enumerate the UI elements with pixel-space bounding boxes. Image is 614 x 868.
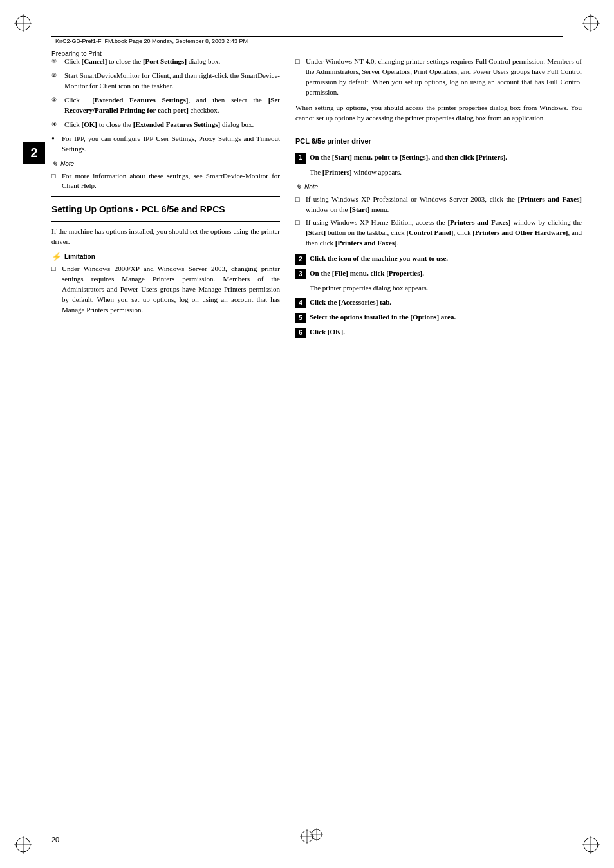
step1-note-section: ✎ Note □ If using Windows XP Professiona… [295,183,582,249]
step-5-text: Select the options installed in the [Opt… [310,312,456,323]
step-item-6: 6 Click [OK]. [295,327,582,338]
step-4-text: Click the [Accessories] tab. [310,297,391,308]
note-label: ✎ Note [51,160,280,169]
step-num-4: 4 [295,298,306,308]
step-num-5: 5 [295,313,306,323]
page: KirC2-GB-Pref1-F_FM.book Page 20 Monday,… [0,0,614,868]
left-column: ① Click [Cancel] to close the [Port Sett… [51,57,280,342]
step1-note-text-1: If using Windows XP Professional or Wind… [306,194,582,215]
step-list-4: 4 Click the [Accessories] tab. [295,297,582,308]
step1-note-icon: ✎ [295,183,302,192]
section-divider-1 [51,196,280,197]
list-item: ④ Click [OK] to close the [Extended Feat… [51,120,280,130]
step1-note-items: □ If using Windows XP Professional or Wi… [295,194,582,249]
page-number: 20 [51,836,59,844]
step-list-6: 6 Click [OK]. [295,327,582,338]
corner-mark-tr [582,14,600,32]
list-item: ③ Click [Extended Features Settings], an… [51,95,280,116]
note-section: ✎ Note □ For more information about thes… [51,160,280,192]
step1-note-cb-1: □ [295,194,302,215]
step-list: 1 On the [Start] menu, point to [Setting… [295,153,582,164]
limit-icon: ⚡ [51,252,62,261]
step-list-2: 2 Click the icon of the machine you want… [295,254,582,265]
section-divider-2 [51,221,280,222]
chapter-number: 2 [30,146,37,160]
bottom-center-crosshair [300,829,314,845]
limitation-items: □ Under Windows 2000/XP and Windows Serv… [51,264,280,316]
list-item: ① Click [Cancel] to close the [Port Sett… [51,57,280,67]
note-item-text: For more information about these setting… [62,171,280,192]
corner-mark-bl [14,836,32,854]
bullet-text: For IPP, you can configure IPP User Sett… [62,134,280,155]
note-checkbox: □ [51,171,58,192]
step1-note-text: Note [304,184,318,191]
step-num-6: 6 [295,328,306,338]
file-info-text: KirC2-GB-Pref1-F_FM.book Page 20 Monday,… [55,38,248,44]
step-num-1: 1 [295,153,306,164]
step-1-text: On the [Start] menu, point to [Settings]… [310,153,507,164]
note-items: □ For more information about these setti… [51,171,280,192]
corner-mark-br [582,836,600,854]
item-4-text: Click [OK] to close the [Extended Featur… [64,120,254,130]
step-6-text: Click [OK]. [310,327,345,338]
note-text: Note [60,160,74,167]
step-num-3: 3 [295,269,306,279]
step-list-5: 5 Select the options installed in the [O… [295,312,582,323]
section-heading: Setting Up Options - PCL 6/5e and RPCS [51,203,280,215]
limitation-label: ⚡ Limitation [51,252,280,261]
right-note-item-1: □ Under Windows NT 4.0, changing printer… [295,57,582,98]
step-num-2: 2 [295,254,306,265]
limitation-section: ⚡ Limitation □ Under Windows 2000/XP and… [51,252,280,316]
numbered-list: ① Click [Cancel] to close the [Port Sett… [51,57,280,130]
step1-note-cb-2: □ [295,218,302,249]
right-note-items: □ Under Windows NT 4.0, changing printer… [295,57,582,98]
right-note-text-1: Under Windows NT 4.0, changing printer s… [306,57,582,98]
num-circle-4: ④ [51,120,60,130]
limitation-item-text: Under Windows 2000/XP and Windows Server… [62,264,280,316]
bullet-dot: • [51,134,58,155]
step-item-2: 2 Click the icon of the machine you want… [295,254,582,265]
content-area: ① Click [Cancel] to close the [Port Sett… [51,57,582,829]
item-1-text: Click [Cancel] to close the [Port Settin… [64,57,220,67]
bullet-list: • For IPP, you can configure IPP User Se… [51,134,280,155]
step-item-1: 1 On the [Start] menu, point to [Setting… [295,153,582,164]
step1-note-item-2: □ If using Windows XP Home Edition, acce… [295,218,582,249]
right-divider-1 [295,129,582,129]
step-list-3: 3 On the [File] menu, click [Properties]… [295,269,582,279]
chapter-box: 2 [23,142,45,164]
step-3-text: On the [File] menu, click [Properties]. [310,269,424,279]
file-info-bar: KirC2-GB-Pref1-F_FM.book Page 20 Monday,… [51,36,563,46]
corner-mark-tl [14,14,32,32]
intro-text: If the machine has options installed, yo… [51,227,280,247]
right-column: □ Under Windows NT 4.0, changing printer… [295,57,582,342]
step-item-5: 5 Select the options installed in the [O… [295,312,582,323]
num-circle-1: ① [51,57,60,67]
bullet-item: • For IPP, you can configure IPP User Se… [51,134,280,155]
limitation-checkbox: □ [51,264,58,316]
note-icon: ✎ [51,160,58,169]
pcl-heading: PCL 6/5e printer driver [295,135,582,147]
step1-note-item-1: □ If using Windows XP Professional or Wi… [295,194,582,215]
step-item-4: 4 Click the [Accessories] tab. [295,297,582,308]
two-column-layout: ① Click [Cancel] to close the [Port Sett… [51,57,582,342]
step-1-sub: The [Printers] window appears. [310,167,582,178]
num-circle-2: ② [51,71,60,91]
list-item: ② Start SmartDeviceMonitor for Client, a… [51,71,280,91]
item-3-text: Click [Extended Features Settings], and … [64,95,280,116]
right-note-checkbox-1: □ [295,57,302,98]
step1-note-label: ✎ Note [295,183,582,192]
step1-note-text-2: If using Windows XP Home Edition, access… [306,218,582,249]
num-circle-3: ③ [51,95,60,116]
limitation-item: □ Under Windows 2000/XP and Windows Serv… [51,264,280,316]
limitation-text: Limitation [64,253,95,260]
note-item: □ For more information about these setti… [51,171,280,192]
step-item-3: 3 On the [File] menu, click [Properties]… [295,269,582,279]
step-2-text: Click the icon of the machine you want t… [310,254,448,265]
item-2-text: Start SmartDeviceMonitor for Client, and… [64,71,280,91]
right-paragraph-1: When setting up options, you should acce… [295,103,582,124]
step-3-sub: The printer properties dialog box appear… [310,283,582,294]
